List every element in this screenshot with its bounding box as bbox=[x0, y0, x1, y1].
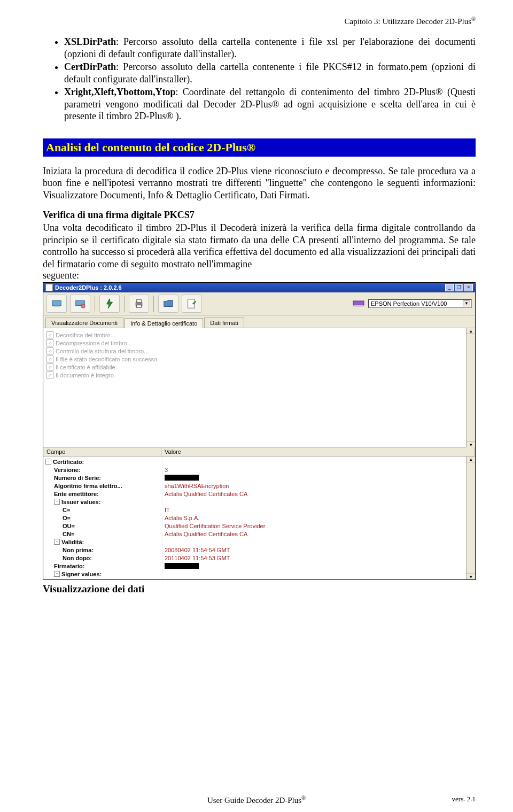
checklist-item: ✓Decompressione del timbro... bbox=[46, 339, 463, 346]
vertical-scrollbar[interactable] bbox=[466, 328, 475, 447]
bullet-item: XSLDirPath: Percorso assoluto della cart… bbox=[64, 36, 476, 60]
svg-rect-7 bbox=[136, 305, 141, 308]
scanner-selected-value: EPSON Perfection V10/V100 bbox=[371, 300, 447, 307]
checklist-text: Il documento è integro. bbox=[56, 372, 115, 378]
print-button[interactable] bbox=[129, 295, 149, 313]
tree-toggle-icon[interactable]: - bbox=[45, 459, 51, 465]
reg-mark: ® bbox=[301, 795, 306, 801]
tree-row[interactable]: Ente emettitore: bbox=[45, 490, 160, 498]
page-footer: User Guide Decoder 2D-Plus® vers. 2.1 bbox=[0, 795, 513, 803]
tree-row[interactable]: -Certificato: bbox=[45, 458, 160, 466]
svg-rect-1 bbox=[53, 306, 60, 307]
tree-label: CN= bbox=[63, 531, 74, 537]
tree-value bbox=[165, 498, 464, 506]
checklist-text: Il file è stato decodificato con success… bbox=[56, 356, 159, 362]
checklist-text: Il certificato è affidabile. bbox=[56, 364, 117, 370]
bullet-text: : Percorso assoluto della cartella conte… bbox=[64, 61, 476, 84]
title-bar: Decoder2DPlus : 2.0.2.6 _ ❐ × bbox=[43, 283, 475, 292]
tree-row[interactable]: -Signer values: bbox=[45, 570, 160, 578]
tree-value: sha1WithRSAEncryption bbox=[165, 482, 464, 490]
checklist-item: ✓Controllo della struttura del timbro... bbox=[46, 347, 463, 354]
tab-info-certificato[interactable]: Info & Dettaglio certificato bbox=[125, 318, 203, 328]
open-folder-button[interactable] bbox=[158, 295, 178, 313]
tree-value: Actalis Qualified Certificates CA bbox=[165, 490, 464, 498]
scan-options-button[interactable] bbox=[70, 295, 90, 313]
tree-row[interactable]: C= bbox=[45, 578, 160, 579]
reg-mark: ® bbox=[471, 16, 476, 22]
tree-value bbox=[165, 458, 464, 466]
tree-label: C= bbox=[63, 579, 70, 580]
tree-value bbox=[165, 570, 464, 578]
tree-row[interactable]: Firmatario: bbox=[45, 562, 160, 570]
maximize-button[interactable]: ❐ bbox=[455, 284, 463, 291]
tree-row[interactable]: -Validità: bbox=[45, 538, 160, 546]
after-image-heading: Visualizzazione dei dati bbox=[43, 583, 476, 595]
tree-toggle-icon[interactable]: - bbox=[54, 539, 60, 545]
tree-row[interactable]: OU= bbox=[45, 522, 160, 530]
check-icon: ✓ bbox=[46, 372, 53, 378]
svg-rect-11 bbox=[354, 305, 363, 307]
checklist-item: ✓Il documento è integro. bbox=[46, 372, 463, 378]
tree-value bbox=[165, 538, 464, 546]
chapter-title: Capitolo 3: Utilizzare Decoder 2D-Plus bbox=[345, 17, 471, 26]
page-header: Capitolo 3: Utilizzare Decoder 2D-Plus® bbox=[43, 16, 476, 26]
bullet-text: : Percorso assoluto della cartella conte… bbox=[64, 36, 476, 59]
scanner-icon bbox=[351, 297, 366, 310]
app-screenshot: Decoder2DPlus : 2.0.2.6 _ ❐ × bbox=[43, 282, 476, 580]
table-header: Campo Valore bbox=[43, 447, 475, 457]
checklist-item: ✓Il certificato è affidabile. bbox=[46, 364, 463, 370]
tree-label: Algoritmo firma elettro... bbox=[54, 483, 122, 489]
col-header-campo[interactable]: Campo bbox=[43, 447, 161, 456]
svg-rect-6 bbox=[136, 300, 141, 303]
window-title: Decoder2DPlus : 2.0.2.6 bbox=[55, 284, 122, 291]
tree-row[interactable]: C= bbox=[45, 506, 160, 514]
minimize-button[interactable]: _ bbox=[445, 284, 454, 291]
vertical-scrollbar[interactable] bbox=[466, 457, 475, 579]
tree-row[interactable]: Non dopo: bbox=[45, 554, 160, 562]
svg-rect-0 bbox=[52, 301, 61, 306]
scanner-select[interactable]: EPSON Perfection V10/V100 bbox=[368, 299, 472, 308]
tree-label: Firmatario: bbox=[54, 563, 84, 569]
tab-dati-firmati[interactable]: Dati firmati bbox=[204, 318, 244, 328]
tab-visualizzatore[interactable]: Visualizzatore Documenti bbox=[45, 318, 123, 328]
tree-value: 20080402 11:54:54 GMT bbox=[165, 546, 464, 554]
tree-label: Validità: bbox=[61, 539, 84, 545]
separator bbox=[95, 296, 95, 312]
bolt-button[interactable] bbox=[99, 295, 120, 313]
bullet-term: Xright,Xleft,Ybottom,Ytop bbox=[64, 87, 175, 97]
tree-label: OU= bbox=[63, 523, 75, 529]
close-button[interactable]: × bbox=[464, 284, 473, 291]
tree-row[interactable]: Non prima: bbox=[45, 546, 160, 554]
tab-row: Visualizzatore Documenti Info & Dettagli… bbox=[43, 315, 475, 328]
check-icon: ✓ bbox=[46, 347, 53, 354]
tree-label: Non dopo: bbox=[63, 555, 92, 561]
bullet-item: Xright,Xleft,Ybottom,Ytop: Coordinate de… bbox=[64, 86, 476, 122]
scan-button[interactable] bbox=[46, 295, 67, 313]
tree-label: Certificato: bbox=[53, 459, 84, 465]
report-button[interactable] bbox=[182, 295, 202, 313]
tree-column: -Certificato:Versione:Numero di Serie:Al… bbox=[43, 457, 162, 579]
tree-label: C= bbox=[63, 507, 70, 513]
tree-row[interactable]: Numero di Serie: bbox=[45, 474, 160, 482]
tree-row[interactable]: O= bbox=[45, 514, 160, 522]
tree-row[interactable]: Algoritmo firma elettro... bbox=[45, 482, 160, 490]
tree-row[interactable]: CN= bbox=[45, 530, 160, 538]
paragraph: Iniziata la procedura di decodifica il c… bbox=[43, 165, 476, 202]
tree-label: Ente emettitore: bbox=[54, 491, 99, 497]
tree-label: Issuer values: bbox=[61, 499, 100, 505]
tree-label: Signer values: bbox=[61, 571, 102, 577]
redacted-value bbox=[165, 475, 199, 481]
tree-row[interactable]: Versione: bbox=[45, 466, 160, 474]
tree-label: Numero di Serie: bbox=[54, 475, 101, 481]
col-header-valore[interactable]: Valore bbox=[161, 447, 475, 456]
tree-value: 3 bbox=[165, 466, 464, 474]
paragraph-cont: seguente: bbox=[43, 270, 476, 281]
footer-title: User Guide Decoder 2D-Plus bbox=[207, 796, 301, 805]
bullet-term: CertDirPath bbox=[64, 61, 116, 72]
tree-row[interactable]: -Issuer values: bbox=[45, 498, 160, 506]
bullet-list: XSLDirPath: Percorso assoluto della cart… bbox=[43, 36, 476, 122]
tree-toggle-icon[interactable]: - bbox=[54, 571, 60, 577]
tree-value bbox=[165, 562, 464, 570]
separator bbox=[153, 296, 154, 312]
tree-toggle-icon[interactable]: - bbox=[54, 499, 60, 505]
